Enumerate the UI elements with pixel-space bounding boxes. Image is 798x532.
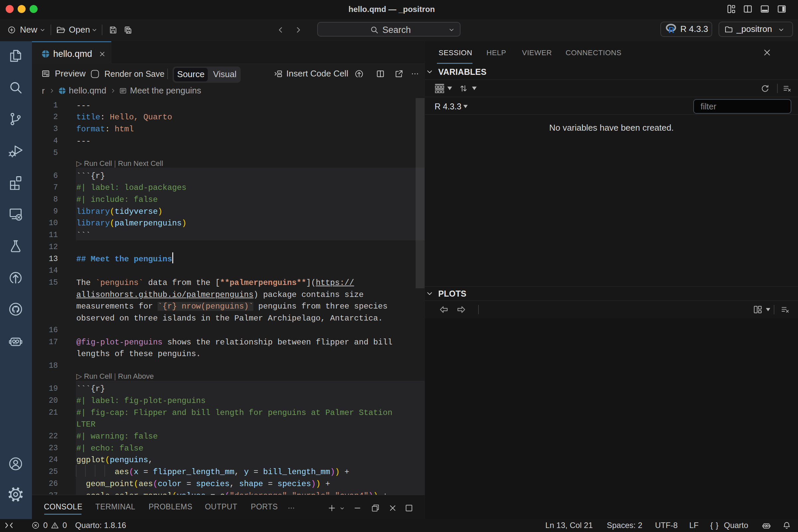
svg-text:R: R — [668, 25, 674, 34]
